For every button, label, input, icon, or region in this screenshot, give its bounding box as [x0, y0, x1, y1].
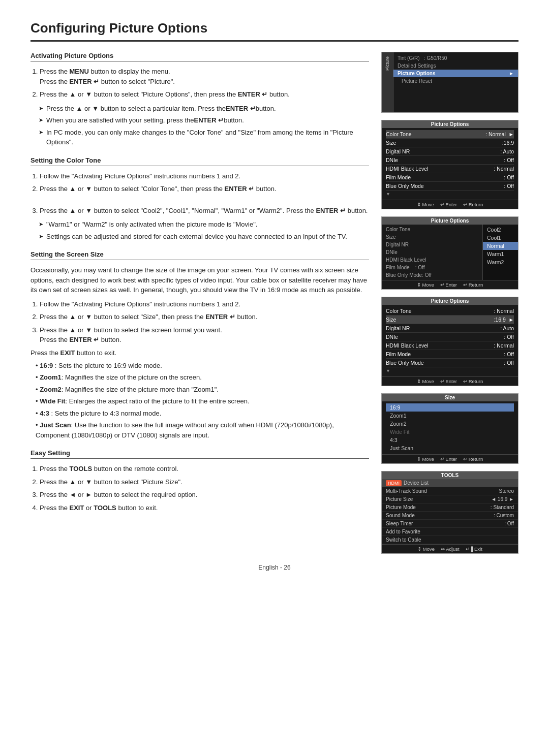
panel1-arrow: ► — [509, 71, 514, 76]
tools-picturesize-value: ◄ 16:9 ► — [491, 496, 514, 502]
panel4-digitalnr-label: Digital NR — [386, 325, 410, 331]
panel4-body: Color Tone : Normal Size :16:9 ► Digital… — [382, 305, 518, 376]
colortone-notes: "Warm1" or "Warm2" is only activated whe… — [30, 219, 369, 241]
panel2-colortone-value: : Normal ► — [485, 131, 514, 137]
panel3-footer-return: ↩ Return — [463, 282, 483, 288]
size-item-zoom1: Zoom1 — [386, 412, 514, 420]
panel4-row-blueonly: Blue Only Mode : Off — [386, 359, 514, 367]
panel1-row-detailed: Detailed Settings — [393, 62, 518, 70]
screensize-step-2: Press the ▲ or ▼ button to select "Size"… — [40, 312, 369, 322]
panel2-colortone-label: Color Tone — [386, 131, 412, 137]
panel4-row-size: Size :16:9 ► — [386, 316, 514, 324]
panel2-digitalnr-label: Digital NR — [386, 148, 410, 154]
panel4-dnie-label: DNIe — [386, 334, 398, 340]
easysetting-step-4: Press the EXIT or TOOLS button to exit. — [40, 503, 369, 513]
panel4-footer-move: ⇕ Move — [417, 379, 434, 384]
panel2-hdmi-value: : Normal — [494, 166, 514, 172]
panel4-filmmode-value: : Off — [504, 351, 514, 357]
panel4-size-label: Size — [386, 317, 396, 323]
panel5-footer-enter: ↵ Enter — [440, 456, 457, 462]
dropdown-warm1: Warm1 — [483, 250, 518, 258]
panel2-blueonly-value: : Off — [504, 183, 514, 189]
panel4-title: Picture Options — [382, 297, 518, 305]
tools-picturemode-value: : Standard — [491, 505, 514, 510]
panel3-row-digitalnr: Digital NR — [382, 241, 482, 248]
panel2-title: Picture Options — [382, 120, 518, 128]
left-column: Activating Picture Options Press the MEN… — [30, 52, 369, 554]
panel4-row-digitalnr: Digital NR : Auto — [386, 324, 514, 333]
activating-steps: Press the MENU button to display the men… — [30, 67, 369, 100]
panel4-down-arrow: ▼ — [386, 368, 390, 373]
panel1-highlighted-label: Picture Options — [398, 71, 435, 76]
panel4-row-dnie: DNIe : Off — [386, 333, 514, 341]
panel5-footer-return: ↩ Return — [463, 456, 483, 462]
panel3-row-size: Size — [382, 233, 482, 241]
tools-row-picturesize: Picture Size ◄ 16:9 ► — [382, 495, 518, 503]
panel4-digitalnr-value: : Auto — [500, 325, 514, 331]
tools-footer: ⇕ Move ⇔ Adjust ↵▐ Exit — [382, 544, 518, 553]
screensize-intro: Occasionally, you may want to change the… — [30, 265, 369, 295]
panel2-hdmi-label: HDMI Black Level — [386, 166, 428, 172]
page-title: Configuring Picture Options — [30, 20, 518, 42]
panel4-footer-enter: ↵ Enter — [440, 379, 457, 384]
tools-title: TOOLS — [382, 471, 518, 479]
size-item-widefit: Wide Fit — [386, 428, 514, 436]
colortone-note-1: "Warm1" or "Warm2" is only activated whe… — [39, 219, 369, 230]
panel3-footer-move: ⇕ Move — [417, 282, 434, 288]
size-option-zoom1: Zoom1: Magnifies the size of the picture… — [36, 372, 369, 383]
panel4-hdmi-value: : Normal — [494, 342, 514, 349]
colortone-step-3: Press the ▲ or ▼ button to select "Cool2… — [40, 206, 369, 216]
panel3-row-filmmode: Film Mode : Off — [382, 264, 482, 271]
panel3-dropdown: Cool2 Cool1 Normal Warm1 Warm2 — [482, 225, 518, 280]
tools-switchtocable-label: Switch to Cable — [386, 537, 421, 543]
tools-row-soundmode: Sound Mode : Custom — [382, 512, 518, 520]
panel2-filmmode-label: Film Mode — [386, 174, 411, 180]
colortone-step3-list: Press the ▲ or ▼ button to select "Cool2… — [30, 206, 369, 216]
panel2-row-digitalnr: Digital NR : Auto — [386, 147, 514, 156]
tools-picturemode-label: Picture Mode — [386, 505, 416, 510]
panel3-row-hdmi: HDMI Black Level — [382, 256, 482, 264]
panel2-row-hdmi: HDMI Black Level : Normal — [386, 165, 514, 173]
easysetting-step-3: Press the ◄ or ► button to select the re… — [40, 490, 369, 500]
size-option-widefit: Wide Fit: Enlarges the aspect ratio of t… — [36, 396, 369, 406]
panel2-row-size: Size :16:9 — [386, 139, 514, 147]
size-options-list: 16:9 : Sets the picture to 16:9 wide mod… — [30, 361, 369, 440]
activating-notes: Press the ▲ or ▼ button to select a part… — [30, 104, 369, 147]
panel-picture-menu: Picture Tint (G/R) : G50/R50 Detailed Se… — [381, 52, 518, 113]
colortone-step-2: Press the ▲ or ▼ button to select "Color… — [40, 184, 369, 194]
size-item-43: 4:3 — [386, 436, 514, 444]
dropdown-warm2: Warm2 — [483, 258, 518, 266]
panel2-filmmode-value: : Off — [504, 174, 514, 180]
panel2-footer-enter: ↵ Enter — [440, 202, 457, 207]
panel-picture-options-2: Picture Options Color Tone : Normal Size… — [381, 297, 518, 386]
tools-footer-move: ⇕ Move — [417, 546, 435, 552]
screensize-steps: Follow the "Activating Picture Options" … — [30, 299, 369, 345]
section-screensize-title: Setting the Screen Size — [30, 250, 369, 260]
tools-addfavorite-label: Add to Favorite — [386, 529, 420, 534]
activating-step-2: Press the ▲ or ▼ button to select "Pictu… — [40, 89, 369, 100]
activating-note-2: When you are satisfied with your setting… — [39, 115, 369, 125]
device-list-badge: HDMI — [386, 480, 402, 486]
easysetting-step-2: Press the ▲ or ▼ button to select "Pictu… — [40, 477, 369, 487]
panel4-row-arrow: ▼ — [386, 367, 514, 374]
tools-row-picturemode: Picture Mode : Standard — [382, 503, 518, 512]
section-colortone-title: Setting the Color Tone — [30, 156, 369, 166]
panel2-blueonly-label: Blue Only Mode — [386, 183, 424, 189]
tools-multitrack-value: Stereo — [499, 488, 514, 494]
activating-step-1: Press the MENU button to display the men… — [40, 67, 369, 86]
size-option-169: 16:9 : Sets the picture to 16:9 wide mod… — [36, 361, 369, 371]
panel5-footer: ⇕ Move ↵ Enter ↩ Return — [382, 454, 518, 463]
tools-row-addfavorite: Add to Favorite — [382, 528, 518, 536]
panel-picture-options-1: Picture Options Color Tone : Normal ► Si… — [381, 120, 518, 209]
panel2-row-filmmode: Film Mode : Off — [386, 173, 514, 182]
panel2-row-arrow: ▼ — [386, 191, 514, 198]
screensize-exit-note: Press the EXIT button to exit. — [30, 349, 369, 357]
tools-soundmode-label: Sound Mode — [386, 513, 415, 518]
section-activating-title: Activating Picture Options — [30, 52, 369, 61]
tools-row-multitrack: Multi-Track Sound Stereo — [382, 487, 518, 495]
panel4-row-hdmi: HDMI Black Level : Normal — [386, 341, 514, 350]
screensize-step-3: Press the ▲ or ▼ button to select the sc… — [40, 325, 369, 345]
panel4-filmmode-label: Film Mode — [386, 351, 411, 357]
panel2-row-dnie: DNIe : Off — [386, 156, 514, 165]
panel4-row-filmmode: Film Mode : Off — [386, 350, 514, 359]
